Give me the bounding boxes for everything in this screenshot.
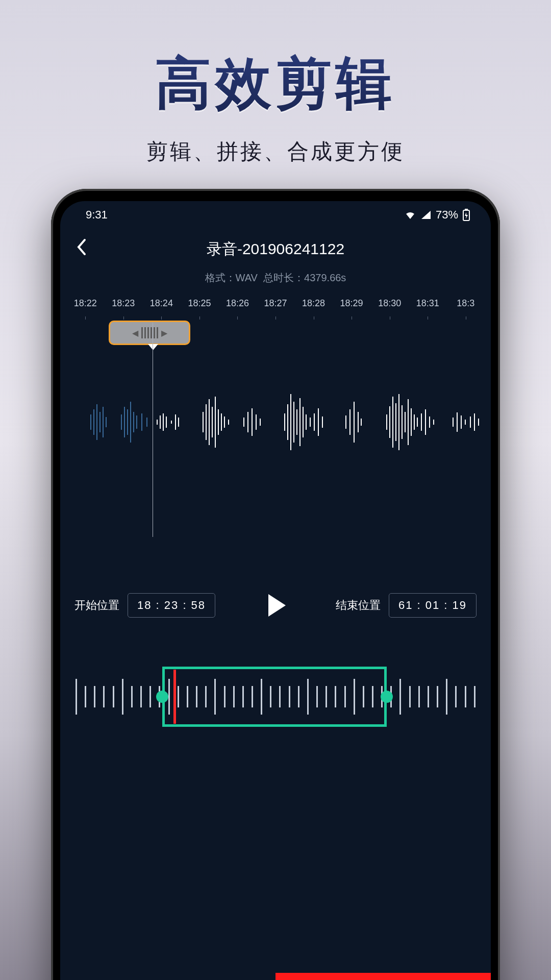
ruler-tick: 18:24 [142,298,181,316]
end-position-input[interactable]: 61 : 01 : 19 [389,593,477,618]
ruler-tick: 18:26 [218,298,257,316]
chevron-left-icon: ◀ [132,328,138,338]
status-time: 9:31 [86,208,108,222]
ruler-tick: 18:23 [105,298,143,316]
phone-frame: 9:31 73% 录音-201906241122 格式：WAV [51,189,500,980]
grip-icon [141,327,158,338]
waveform-icon [60,384,489,460]
signal-icon [420,210,432,220]
svg-rect-1 [465,209,468,210]
chevron-right-icon: ▶ [161,328,167,338]
waveform-area[interactable] [60,353,491,522]
page-title: 录音-201906241122 [207,239,344,260]
ruler-tick: 18:29 [333,298,371,316]
scrubber-zone: ◀ ▶ [60,321,491,351]
format-label: 格式： [205,272,236,283]
app-header: 录音-201906241122 [60,229,491,265]
battery-icon [462,209,470,221]
start-position-group: 开始位置 18 : 23 : 58 [74,593,215,618]
slider-ticks [76,679,475,715]
timeline-ruler[interactable]: 18:22 18:23 18:24 18:25 18:26 18:27 18:2… [60,298,491,316]
back-button[interactable] [76,238,96,261]
play-button[interactable] [268,594,286,617]
range-handle-left[interactable] [156,691,168,703]
marketing-title: 高效剪辑 [0,46,551,122]
phone-screen: 9:31 73% 录音-201906241122 格式：WAV [60,201,491,980]
meta-line: 格式：WAV 总时长：4379.66s [60,271,491,285]
ruler-tick: 18:30 [370,298,409,316]
marketing-subtitle: 剪辑、拼接、合成更方便 [0,137,551,166]
range-cursor[interactable] [173,670,176,724]
status-bar: 9:31 73% [60,201,491,229]
ruler-tick: 18:28 [294,298,333,316]
duration-value: 4379.66s [304,272,346,283]
end-position-label: 结束位置 [336,598,381,613]
format-value: WAV [236,272,258,283]
battery-percent: 73% [436,208,458,222]
duration-label: 总时长： [263,272,304,283]
bottom-actions: 剪取选中段 删除选中段 [60,973,491,980]
start-position-label: 开始位置 [74,598,119,613]
ruler-tick: 18:3 [446,298,485,316]
start-position-input[interactable]: 18 : 23 : 58 [128,593,215,618]
scrubber-pointer-icon [148,344,158,350]
controls-row: 开始位置 18 : 23 : 58 结束位置 61 : 01 : 19 [60,593,491,618]
delete-selection-button[interactable]: 删除选中段 [276,973,491,980]
cut-selection-button[interactable]: 剪取选中段 [60,973,276,980]
ruler-tick: 18:22 [66,298,105,316]
range-handle-right[interactable] [381,691,393,703]
end-position-group: 结束位置 61 : 01 : 19 [336,593,477,618]
ruler-tick: 18:31 [409,298,447,316]
scrubber-handle[interactable]: ◀ ▶ [109,321,190,345]
wifi-icon [404,210,416,220]
ruler-tick: 18:25 [181,298,219,316]
range-slider[interactable] [60,664,491,730]
ruler-tick: 18:27 [257,298,295,316]
